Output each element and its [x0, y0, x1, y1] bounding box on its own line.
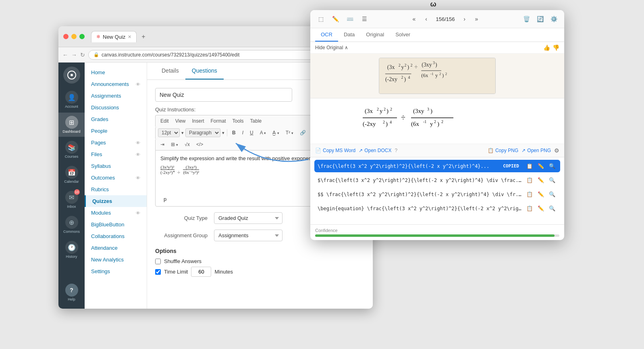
insert-menu[interactable]: Insert	[189, 117, 206, 125]
browser-tab[interactable]: ❄ New Quiz ✕	[91, 31, 137, 42]
bold-button[interactable]: B	[230, 129, 238, 137]
refresh-button[interactable]: ↻	[80, 52, 85, 58]
sidebar-item-collaborations[interactable]: Collaborations	[85, 230, 147, 242]
keyboard-tool-button[interactable]: ⌨️	[344, 13, 355, 25]
sidebar-item-outcomes[interactable]: Outcomes 👁	[85, 172, 147, 184]
open-docx-button[interactable]: ↗ Open DOCX	[359, 148, 391, 153]
format-menu[interactable]: Format	[208, 117, 229, 125]
edit-menu[interactable]: Edit	[158, 117, 171, 125]
select-tool-button[interactable]: ⬚	[315, 13, 326, 25]
underline-button[interactable]: U	[247, 129, 256, 137]
nav-item-history[interactable]: 🕐 History	[58, 238, 85, 262]
thumbs-down-button[interactable]: 👎	[553, 44, 559, 51]
tab-questions[interactable]: Questions	[185, 63, 224, 79]
nav-item-dashboard[interactable]: ⊞ Dashboard	[58, 113, 85, 137]
indent-button[interactable]: ⇥	[158, 140, 167, 148]
hide-original-row[interactable]: Hide Original ∧ 👍 👎	[310, 42, 564, 54]
nav-item-account[interactable]: 👤 Account	[58, 88, 85, 112]
nav-item-inbox[interactable]: ✉ 10 Inbox	[58, 188, 85, 212]
sidebar-item-syllabus[interactable]: Syllabus	[85, 160, 147, 172]
search-result-button[interactable]: 🔍	[547, 190, 557, 198]
sidebar-item-people[interactable]: People	[85, 125, 147, 137]
tab-ocr[interactable]: OCR	[315, 28, 338, 42]
ocr-result-item[interactable]: \begin{equation} \frac{\left(3 x^2 y^2\r…	[314, 202, 560, 215]
sidebar-item-pages[interactable]: Pages 👁	[85, 137, 147, 148]
result-settings-button[interactable]: ⚙	[554, 147, 559, 154]
superscript-button[interactable]: T² ▾	[283, 129, 296, 137]
minimize-button[interactable]	[71, 34, 77, 39]
tab-data[interactable]: Data	[338, 28, 360, 42]
back-button[interactable]: ←	[62, 52, 68, 58]
tab-details[interactable]: Details	[155, 63, 185, 79]
thumbs-up-button[interactable]: 👍	[543, 44, 550, 51]
copy-result-button[interactable]: 📋	[525, 205, 534, 212]
edit-result-button[interactable]: ✏️	[536, 205, 546, 212]
delete-button[interactable]: 🗑️	[521, 13, 532, 25]
copy-png-button[interactable]: 📋 Copy PNG	[488, 148, 518, 153]
search-result-button[interactable]: 🔍	[547, 176, 557, 184]
shuffle-answers-checkbox[interactable]	[155, 259, 161, 264]
link-button[interactable]: 🔗	[297, 129, 308, 137]
sidebar-item-settings[interactable]: Settings	[85, 265, 147, 277]
quiz-title-input[interactable]	[155, 88, 292, 102]
font-size-select[interactable]: 12pt	[158, 128, 180, 137]
open-png-button[interactable]: ↗ Open PNG	[521, 148, 551, 153]
sidebar-item-discussions[interactable]: Discussions	[85, 102, 147, 113]
highlight-button[interactable]: A̲ ▾	[270, 129, 281, 137]
new-tab-button[interactable]: +	[141, 33, 145, 40]
tab-solver[interactable]: Solver	[390, 28, 416, 42]
next-button[interactable]: ›	[459, 13, 470, 25]
sidebar-item-files[interactable]: Files 👁	[85, 148, 147, 160]
settings-button[interactable]: ⚙️	[548, 13, 559, 25]
edit-result-button[interactable]: ✏️	[536, 176, 546, 184]
search-result-button[interactable]: 🔍	[547, 162, 557, 170]
pen-tool-button[interactable]: ✏️	[330, 13, 341, 25]
tools-menu[interactable]: Tools	[230, 117, 246, 125]
refresh-button[interactable]: 🔄	[534, 13, 546, 25]
table-button[interactable]: ⊞ ▾	[168, 140, 181, 148]
ocr-result-item[interactable]: \frac{\left(3 x^2 y^2\right)^2}{\left(-2…	[314, 160, 560, 172]
search-result-button[interactable]: 🔍	[547, 205, 557, 212]
font-color-button[interactable]: A ▾	[258, 129, 269, 137]
code-button[interactable]: </>	[194, 140, 206, 148]
maximize-button[interactable]	[79, 34, 85, 39]
quiz-type-select[interactable]: Graded Quiz Practice Quiz	[214, 212, 283, 224]
italic-button[interactable]: I	[240, 129, 246, 137]
sidebar-item-quizzes[interactable]: Quizzes	[85, 195, 147, 207]
sidebar-item-rubrics[interactable]: Rubrics	[85, 184, 147, 195]
prev-button[interactable]: ‹	[421, 13, 432, 25]
sidebar-item-grades[interactable]: Grades	[85, 113, 147, 125]
nav-item-commons[interactable]: ⊕ Commons	[58, 213, 85, 237]
edit-result-button[interactable]: ✏️	[536, 190, 546, 198]
forward-button[interactable]: →	[71, 52, 77, 58]
sidebar-item-attendance[interactable]: Attendance	[85, 242, 147, 254]
ocr-result-item[interactable]: $$ \frac{\left(3 x^2 y^2\right)^2}{\left…	[314, 188, 560, 201]
next-next-button[interactable]: »	[471, 13, 482, 25]
tab-close-button[interactable]: ✕	[128, 34, 131, 40]
nav-item-calendar[interactable]: 📅 Calendar	[58, 163, 85, 187]
prev-prev-button[interactable]: «	[409, 13, 420, 25]
paragraph-select[interactable]: Paragraph	[185, 128, 220, 137]
close-button[interactable]	[63, 34, 69, 39]
sidebar-item-modules[interactable]: Modules 👁	[85, 207, 147, 219]
nav-item-help[interactable]: ? Help	[58, 280, 85, 305]
sidebar-item-new-analytics[interactable]: New Analytics	[85, 254, 147, 265]
sqrt-button[interactable]: √x	[182, 140, 192, 148]
assignment-group-select[interactable]: Assignments	[214, 230, 283, 241]
sidebar-item-assignments[interactable]: Assignments	[85, 90, 147, 102]
view-menu[interactable]: View	[173, 117, 188, 125]
tab-original[interactable]: Original	[360, 28, 390, 42]
nav-item-courses[interactable]: 📚 Courses	[58, 138, 85, 162]
copy-ms-word-button[interactable]: 📄 Copy MS Word	[315, 148, 355, 153]
time-limit-input[interactable]	[191, 267, 211, 277]
table-menu[interactable]: Table	[248, 117, 264, 125]
sidebar-item-announcements[interactable]: Announcements 👁	[85, 78, 147, 90]
ocr-result-item[interactable]: $\frac{\left(3 x^2 y^2\right)^2}{\left(-…	[314, 174, 560, 186]
edit-result-button[interactable]: ✏️	[536, 162, 546, 170]
menu-tool-button[interactable]: ☰	[359, 13, 370, 25]
copy-result-button[interactable]: 📋	[525, 162, 534, 170]
copy-result-button[interactable]: 📋	[525, 190, 534, 198]
copy-result-button[interactable]: 📋	[525, 176, 534, 184]
time-limit-checkbox[interactable]	[155, 269, 161, 275]
sidebar-item-home[interactable]: Home	[85, 67, 147, 78]
